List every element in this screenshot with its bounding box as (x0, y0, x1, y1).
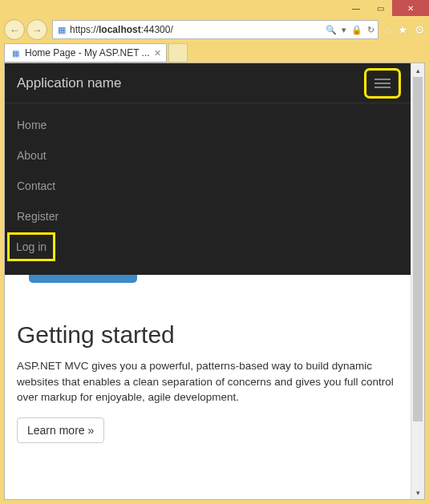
hamburger-bar-icon (374, 79, 391, 80)
nav-item-login[interactable]: Log in (10, 235, 53, 259)
maximize-button[interactable]: ▭ (368, 0, 392, 16)
getting-started-section: Getting started ASP.NET MVC gives you a … (5, 297, 411, 455)
scroll-thumb[interactable] (413, 77, 423, 421)
search-icon[interactable]: 🔍 (326, 25, 337, 35)
section-heading: Getting started (17, 321, 399, 349)
close-button[interactable]: ✕ (392, 0, 429, 16)
site-navbar: Application name Home About Contact Regi… (5, 63, 411, 275)
browser-tab[interactable]: ▦ Home Page - My ASP.NET ... ✕ (4, 43, 167, 62)
toolbar-icons: ⌂ ★ ⚙ (385, 23, 425, 36)
favorites-icon[interactable]: ★ (398, 23, 408, 36)
home-icon[interactable]: ⌂ (385, 23, 391, 36)
navbar-toggle-button[interactable] (366, 71, 399, 96)
hamburger-bar-icon (374, 83, 391, 84)
nav-item-register[interactable]: Register (5, 201, 411, 232)
scroll-up-arrow-icon[interactable]: ▴ (411, 63, 424, 77)
tab-bar: ▦ Home Page - My ASP.NET ... ✕ (4, 43, 425, 62)
learn-more-button[interactable]: Learn more » (17, 417, 104, 443)
forward-button[interactable]: → (26, 19, 47, 40)
nav-item-about[interactable]: About (5, 140, 411, 171)
hero-button-partial[interactable] (29, 275, 137, 283)
scroll-down-arrow-icon[interactable]: ▾ (411, 486, 424, 499)
refresh-icon[interactable]: ↻ (367, 25, 374, 35)
address-bar[interactable]: ▦ https://localhost:44300/ 🔍 ▾ 🔒 ↻ (52, 20, 378, 39)
favicon-icon: ▦ (10, 47, 21, 58)
nav-item-contact[interactable]: Contact (5, 171, 411, 201)
address-bar-controls: 🔍 ▾ 🔒 ↻ (326, 25, 374, 35)
browser-nav-toolbar: ← → ▦ https://localhost:44300/ 🔍 ▾ 🔒 ↻ ⌂… (4, 18, 425, 42)
tab-title: Home Page - My ASP.NET ... (25, 47, 150, 58)
settings-gear-icon[interactable]: ⚙ (415, 23, 425, 36)
minimize-button[interactable]: — (344, 0, 368, 16)
page-viewport: Application name Home About Contact Regi… (4, 62, 425, 500)
hamburger-bar-icon (374, 87, 391, 88)
site-identity-icon: ▦ (56, 24, 67, 35)
lock-icon: 🔒 (351, 25, 362, 35)
navbar-header: Application name (5, 63, 411, 103)
dropdown-icon[interactable]: ▾ (342, 25, 346, 35)
window-titlebar: — ▭ ✕ (0, 0, 429, 18)
page-content: Application name Home About Contact Regi… (5, 63, 411, 499)
tab-close-icon[interactable]: ✕ (154, 48, 161, 58)
back-button[interactable]: ← (4, 19, 25, 40)
hero-section-bottom (5, 275, 411, 297)
section-paragraph: ASP.NET MVC gives you a powerful, patter… (17, 358, 399, 405)
vertical-scrollbar[interactable]: ▴ ▾ (411, 63, 424, 499)
window-controls: — ▭ ✕ (344, 0, 429, 16)
browser-window: — ▭ ✕ ← → ▦ https://localhost:44300/ 🔍 ▾… (0, 0, 429, 504)
navbar-brand[interactable]: Application name (17, 75, 121, 91)
url-text: https://localhost:44300/ (70, 24, 321, 35)
nav-item-home[interactable]: Home (5, 110, 411, 140)
navbar-menu: Home About Contact Register Log in (5, 103, 411, 275)
new-tab-button[interactable] (168, 43, 188, 62)
